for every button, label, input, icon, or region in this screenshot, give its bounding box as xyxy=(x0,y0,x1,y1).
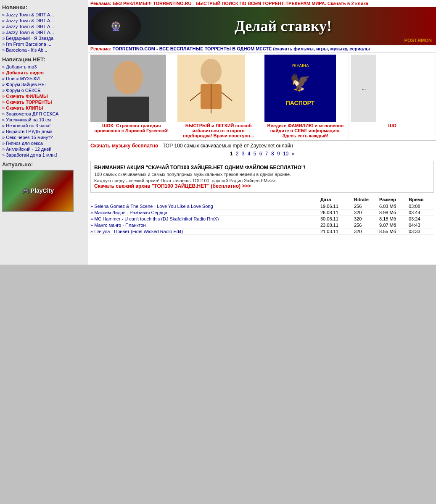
col-size: Размер xyxy=(379,197,409,202)
page-3[interactable]: 3 xyxy=(242,151,245,157)
page-5[interactable]: 5 xyxy=(254,151,256,157)
track-row[interactable]: » Пачула - Привет (Fidel Wicked Radio Ed… xyxy=(90,228,434,235)
track-date: 23.08.11 xyxy=(320,223,354,228)
nav-item[interactable]: Добавить видео xyxy=(2,70,86,76)
page-next[interactable]: » xyxy=(292,151,295,157)
ad-item-2[interactable]: БЫСТРЫЙ и ЛЕГКИЙ способ избавиться от вт… xyxy=(175,52,262,140)
ad-banner2[interactable]: Реклама: TORRENTINO.COM - ВСЕ БЕСПЛАТНЫЕ… xyxy=(88,45,436,52)
nav-item[interactable]: Знакомства ДЛЯ СЕКСА xyxy=(2,111,86,117)
track-date: 21.03.11 xyxy=(320,229,354,234)
novinki-item[interactable]: Jazzy Town & DIRT A... xyxy=(2,24,86,29)
main-content: Реклама: БЕЗ РЕКЛАМЫ!!! TORRENTINO.RU - … xyxy=(88,0,436,265)
ad-item-4[interactable]: ... ШО xyxy=(349,52,436,140)
track-row[interactable]: » Selena Gomez & The Scene - Love You Li… xyxy=(90,203,434,210)
ad-banner-top[interactable]: Реклама: БЕЗ РЕКЛАМЫ!!! TORRENTINO.RU - … xyxy=(88,0,436,7)
nav-item[interactable]: Вырасти ГРУДЬ дома xyxy=(2,129,86,134)
page-10[interactable]: 10 xyxy=(283,151,288,157)
nav-item[interactable]: Добавить mp3 xyxy=(2,64,86,70)
passport-photo: УКРАЇНА 🦅 ПАСПОРТ xyxy=(264,55,336,122)
overlay-section: µ µTorrent 3.0 Файл Настройка Справка « … xyxy=(0,265,436,504)
novinki-title: Новинки: xyxy=(2,4,86,10)
novinki-list: Jazzy Town & DIRT A...Jazzy Town & DIRT … xyxy=(2,12,86,53)
track-row[interactable]: » Манго манго - Планктон 23.08.11 256 9.… xyxy=(90,222,434,228)
svg-text:ПАСПОРТ: ПАСПОРТ xyxy=(285,100,314,106)
ad2-text: TORRENTINO.COM - ВСЕ БЕСПЛАТНЫЕ ТОРРЕНТЫ… xyxy=(113,46,370,51)
track-size: 8.18 Мб xyxy=(379,216,409,221)
svg-text:УКРАЇНА: УКРАЇНА xyxy=(291,63,309,68)
track-header: Дата Bitrate Размер Время xyxy=(90,196,434,203)
nav-item[interactable]: Не кончай по 3 часа! xyxy=(2,123,86,129)
promo-text1: 100 самых скачиваемых и самых популярных… xyxy=(94,172,430,177)
track-name: » Selena Gomez & The Scene - Love You Li… xyxy=(90,204,320,209)
nav-item[interactable]: Секс через 15 минут? xyxy=(2,134,86,140)
page-current[interactable]: 1 xyxy=(230,151,233,157)
music-section: Скачать музыку бесплатно - ТОР 100 самых… xyxy=(88,141,436,237)
track-name: » Манго манго - Планктон xyxy=(90,223,320,228)
novinki-item[interactable]: I'm From Barcelona ... xyxy=(2,41,86,47)
nav-list: Добавить mp3Добавить видеоПоиск МУЗЫКИФо… xyxy=(2,64,86,158)
nav-item[interactable]: Английский - 12 дней xyxy=(2,146,86,152)
ad-item-1[interactable]: ШОК: Страшная трагедия произошла с Ларис… xyxy=(88,52,175,140)
track-bitrate: 256 xyxy=(354,204,379,209)
nav-item[interactable]: Скачать ТОРРЕНТЫ xyxy=(2,99,86,105)
track-row[interactable]: » Максим Лидов - Разбивая Сердца 26.08.1… xyxy=(90,210,434,216)
svg-rect-2 xyxy=(107,97,149,122)
novinki-item[interactable]: Jazzy Town & DIRT A... xyxy=(2,29,86,35)
nav-item[interactable]: Форум о СЕКСЕ xyxy=(2,87,86,93)
nav-item[interactable]: Заработай дома 1 млн.! xyxy=(2,152,86,158)
promo-link[interactable]: Скачать свежий архив "ТОП100 ЗАЙЦЕВ.НЕТ"… xyxy=(94,183,251,189)
nav-item[interactable]: Скачать ФИЛЬМЫ xyxy=(2,93,86,99)
col-time: Время xyxy=(409,197,434,202)
ad-caption-4: ШО xyxy=(351,123,433,128)
ad-item-4-img: ... xyxy=(351,55,376,122)
track-row[interactable]: » MC Hammer - U can't touch this (DJ Ska… xyxy=(90,216,434,222)
aktualnost-title: Актуально: xyxy=(2,161,86,168)
track-time: 03:08 xyxy=(409,204,434,209)
page-8[interactable]: 8 xyxy=(271,151,274,157)
nav-item[interactable]: Гипноз для секса xyxy=(2,140,86,146)
page-7[interactable]: 7 xyxy=(265,151,268,157)
track-bitrate: 320 xyxy=(354,210,379,215)
nav-title: Навигации.НЕТ: xyxy=(2,56,86,63)
track-size: 9.07 Мб xyxy=(379,223,409,228)
page-9[interactable]: 9 xyxy=(277,151,280,157)
page-2[interactable]: 2 xyxy=(236,151,239,157)
ad-text: БЕЗ РЕКЛАМЫ!!! TORRENTINO.RU - БЫСТРЫЙ П… xyxy=(113,1,368,6)
novinki-item[interactable]: Jazzy Town & DIRT A... xyxy=(2,12,86,18)
svg-point-5 xyxy=(201,59,222,84)
left-sidebar: Новинки: Jazzy Town & DIRT A...Jazzy Tow… xyxy=(0,0,88,265)
track-name: » Максим Лидов - Разбивая Сердца xyxy=(90,210,320,215)
page-4[interactable]: 4 xyxy=(248,151,251,157)
track-time: 04:43 xyxy=(409,223,434,228)
roulette-graphic: 🎡 xyxy=(90,7,141,45)
track-time: 03:33 xyxy=(409,229,434,234)
ads-row: ШОК: Страшная трагедия произошла с Ларис… xyxy=(88,52,436,141)
nav-item[interactable]: Увеличивай на 10 см xyxy=(2,117,86,123)
page-6[interactable]: 6 xyxy=(259,151,262,157)
casino-banner[interactable]: 🎡 Делай ставку! POST.RMON xyxy=(88,7,436,45)
track-size: 8.98 Мб xyxy=(379,210,409,215)
track-date: 26.08.11 xyxy=(320,210,354,215)
ad-caption-2: БЫСТРЫЙ и ЛЕГКИЙ способ избавиться от вт… xyxy=(177,123,260,138)
ad-item-3[interactable]: УКРАЇНА 🦅 ПАСПОРТ Введите ФАМИЛИЮ и мгно… xyxy=(262,52,349,140)
casino-logo: POST.RMON xyxy=(404,38,432,43)
track-rows: » Selena Gomez & The Scene - Love You Li… xyxy=(90,203,434,235)
track-date: 30.08.11 xyxy=(320,216,354,221)
ad2-prefix: Реклама: xyxy=(90,46,113,51)
casino-text: Делай ставку! xyxy=(235,17,332,35)
col-bitrate: Bitrate xyxy=(354,197,379,202)
track-time: 03:24 xyxy=(409,216,434,221)
nav-item[interactable]: Поиск МУЗЫКИ xyxy=(2,76,86,81)
music-title-link[interactable]: Скачать музыку бесплатно xyxy=(90,143,158,149)
novinki-item[interactable]: Jazzy Town & DIRT A... xyxy=(2,18,86,24)
nav-item[interactable]: Скачать КЛИПЫ xyxy=(2,105,86,111)
track-name: » MC Hammer - U can't touch this (DJ Ska… xyxy=(90,216,320,221)
novinki-item[interactable]: Бездарный - Я Звезда xyxy=(2,35,86,41)
track-name: » Пачула - Привет (Fidel Wicked Radio Ed… xyxy=(90,229,320,234)
ad-caption-3: Введите ФАМИЛИЮ и мгновенно найдите о СЕ… xyxy=(264,123,347,138)
nav-item[interactable]: Форум Зайцев.НЕТ xyxy=(2,81,86,87)
track-bitrate: 256 xyxy=(354,223,379,228)
novinki-item[interactable]: Barcelona - It's Ab... xyxy=(2,47,86,53)
col-date: Дата xyxy=(320,197,354,202)
ad-prefix: Реклама: xyxy=(90,1,113,6)
